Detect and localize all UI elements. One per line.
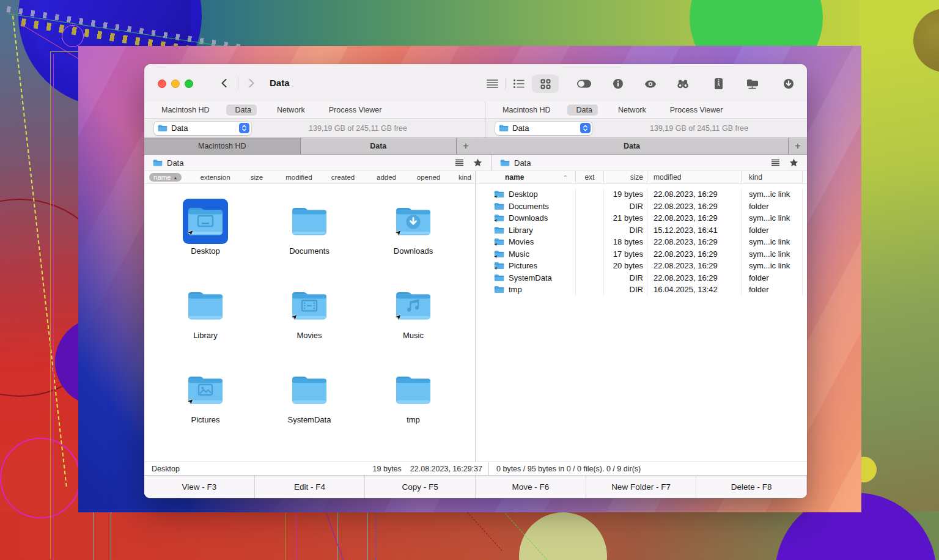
function-button[interactable]: Move - F6 xyxy=(476,476,586,498)
column-header-kind[interactable]: kind xyxy=(741,171,802,183)
column-header-size[interactable]: size xyxy=(235,174,279,181)
window-title: Data xyxy=(270,78,290,88)
favorite-star-icon[interactable] xyxy=(471,158,484,168)
traffic-lights xyxy=(158,79,193,88)
new-tab-button[interactable]: + xyxy=(789,138,807,154)
table-row[interactable]: ➤ Movies 18 bytes 22.08.2023, 16:29 sym.… xyxy=(476,236,807,248)
network-share-icon[interactable] xyxy=(745,78,759,90)
volume-select[interactable]: Data xyxy=(495,122,592,135)
favorites-item[interactable]: Process Viewer xyxy=(663,105,727,116)
favorite-star-icon[interactable] xyxy=(787,158,800,168)
forward-button[interactable] xyxy=(246,78,257,89)
minimize-button[interactable] xyxy=(171,79,180,88)
file-ext xyxy=(575,248,603,260)
toggle-icon[interactable] xyxy=(576,78,592,90)
new-tab-button[interactable]: + xyxy=(457,138,475,154)
column-header-opened[interactable]: opened xyxy=(406,174,451,181)
column-header-kind[interactable]: kind xyxy=(451,174,475,181)
column-header-name[interactable]: name xyxy=(144,173,196,182)
function-button[interactable]: View - F3 xyxy=(144,476,255,498)
file-kind: folder xyxy=(741,201,802,213)
favorites-item[interactable]: Network xyxy=(270,105,309,116)
pane-tab[interactable]: Macintosh HD xyxy=(144,138,301,154)
table-row[interactable]: ➤ SystemData DIR 22.08.2023, 16:29 folde… xyxy=(476,272,807,284)
table-row[interactable]: ➤ Pictures 20 bytes 22.08.2023, 16:29 sy… xyxy=(476,260,807,272)
folder-tile[interactable]: ➤ SystemData xyxy=(257,367,361,436)
folder-tile[interactable]: ➤ Desktop xyxy=(153,199,257,267)
column-header-created[interactable]: created xyxy=(319,174,367,181)
pane-tab[interactable]: Data xyxy=(301,138,457,154)
file-modified: 15.12.2023, 16:41 xyxy=(647,224,741,237)
folder-tile[interactable]: ➤ tmp xyxy=(361,367,465,436)
column-header-modified[interactable]: modified xyxy=(279,174,319,181)
column-header-filler xyxy=(802,171,807,183)
column-header-size[interactable]: size xyxy=(603,171,647,183)
favorites-item[interactable]: Macintosh HD xyxy=(154,105,213,116)
archive-icon[interactable] xyxy=(712,78,724,90)
back-button[interactable] xyxy=(219,78,230,89)
table-row[interactable]: ➤ Music 17 bytes 22.08.2023, 16:29 sym..… xyxy=(476,248,807,260)
favorites-item[interactable]: Process Viewer xyxy=(322,105,386,116)
preview-eye-icon[interactable] xyxy=(644,78,657,90)
close-button[interactable] xyxy=(158,79,166,88)
volume-select[interactable]: Data xyxy=(154,122,251,135)
column-header-modified[interactable]: modified xyxy=(647,171,741,183)
grid-view-icon xyxy=(540,79,551,89)
info-icon[interactable] xyxy=(612,78,624,90)
table-row[interactable]: ➤ Desktop 19 bytes 22.08.2023, 16:29 sym… xyxy=(476,188,807,201)
function-button[interactable]: Delete - F8 xyxy=(696,476,807,498)
download-icon[interactable] xyxy=(782,78,795,90)
file-kind: sym...ic link xyxy=(741,236,802,248)
file-manager-window: Data xyxy=(144,64,807,498)
folder-tile[interactable]: ➤ Music xyxy=(361,283,465,352)
folder-tile-label: Documents xyxy=(289,246,330,256)
zoom-button[interactable] xyxy=(185,79,193,88)
folder-tile[interactable]: ➤ Downloads xyxy=(361,199,465,267)
menu-icon[interactable] xyxy=(486,78,498,90)
column-header-ext[interactable]: ext xyxy=(575,171,603,183)
path-menu-icon[interactable] xyxy=(453,158,465,168)
function-button[interactable]: New Folder - F7 xyxy=(586,476,697,498)
bg-line xyxy=(285,512,286,560)
left-pane-icon-view: ➤ Desktop xyxy=(144,184,475,462)
table-row[interactable]: ➤ Library DIR 15.12.2023, 16:41 folder xyxy=(476,224,807,237)
favorites-item[interactable]: Macintosh HD xyxy=(495,105,554,116)
column-header-name[interactable]: name⌃ xyxy=(476,171,575,183)
title-bar: Data xyxy=(144,64,807,102)
folder-icon: ➤ xyxy=(494,202,504,210)
favorites-item[interactable]: Data xyxy=(567,105,598,116)
folder-tile[interactable]: ➤ Movies xyxy=(257,283,361,352)
file-size: 17 bytes xyxy=(603,248,647,260)
folder-icon: ➤ xyxy=(494,286,504,293)
column-header-added[interactable]: added xyxy=(367,174,406,181)
pane-tab[interactable]: Data xyxy=(476,138,789,154)
column-header-extension[interactable]: extension xyxy=(196,174,235,181)
bg-line xyxy=(111,512,111,560)
favorites-item[interactable]: Network xyxy=(611,105,650,116)
table-row[interactable]: ➤ Downloads 21 bytes 22.08.2023, 16:29 s… xyxy=(476,212,807,224)
breadcrumb[interactable]: Data xyxy=(514,158,531,168)
table-row[interactable]: ➤ Documents DIR 22.08.2023, 16:29 folder xyxy=(476,201,807,213)
folder-tile[interactable]: ➤ Pictures xyxy=(153,367,257,436)
function-button[interactable]: Edit - F4 xyxy=(255,476,366,498)
path-menu-icon[interactable] xyxy=(769,158,781,168)
function-bar: View - F3 Edit - F4 Copy - F5 Move - F6 … xyxy=(144,475,807,498)
search-binoculars-icon[interactable] xyxy=(677,78,689,90)
folder-tile[interactable]: ➤ Library xyxy=(153,283,257,352)
folder-tile-label: Music xyxy=(403,331,424,340)
music-icon: ➤ xyxy=(394,289,433,322)
file-size: 20 bytes xyxy=(603,260,647,272)
folder-tile[interactable]: ➤ Documents xyxy=(257,199,361,267)
column-header-row: name extension size modified created add… xyxy=(144,171,807,184)
list-view-icon[interactable] xyxy=(512,78,525,90)
pane-tab-label: Macintosh HD xyxy=(198,142,246,150)
file-kind: sym...ic link xyxy=(741,248,802,260)
status-selected-file: Desktop xyxy=(152,465,180,473)
favorites-item[interactable]: Data xyxy=(226,105,257,116)
function-button[interactable]: Copy - F5 xyxy=(365,476,476,498)
table-row[interactable]: ➤ tmp DIR 16.04.2025, 13:42 folder xyxy=(476,284,807,296)
grid-view-selected[interactable] xyxy=(532,75,559,93)
folder-tile-label: Pictures xyxy=(191,415,220,424)
breadcrumb[interactable]: Data xyxy=(167,158,183,168)
favorites-item-label: Process Viewer xyxy=(329,106,382,114)
